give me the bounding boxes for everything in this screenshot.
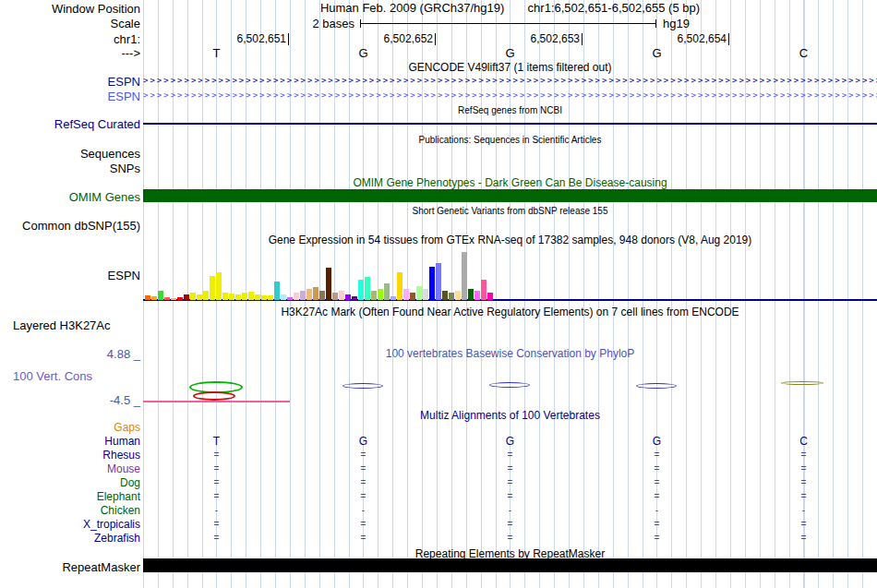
gtex-bar[interactable] <box>210 276 215 300</box>
scale-bar-left-tick <box>360 19 361 28</box>
multiz-species-label[interactable]: Dog <box>0 476 140 489</box>
gtex-bar[interactable] <box>481 280 487 300</box>
gtex-bar[interactable] <box>397 272 402 300</box>
ruler-coordinate: 6,502,654 <box>645 32 727 45</box>
multiz-species-label[interactable]: Human <box>0 435 140 448</box>
gtex-gene-label[interactable]: ESPN <box>0 269 140 282</box>
multiz-species-label[interactable]: Elephant <box>0 490 140 503</box>
genome-browser-view: Window Position Human Feb. 2009 (GRCh37/… <box>0 0 877 588</box>
refseq-item[interactable] <box>143 123 877 125</box>
gtex-bar[interactable] <box>319 291 325 300</box>
alignment-symbol: = <box>143 532 290 545</box>
alignment-symbol: = <box>583 490 730 503</box>
gtex-bar[interactable] <box>326 268 331 300</box>
gtex-bar[interactable] <box>281 294 286 300</box>
gtex-bar[interactable] <box>197 294 202 300</box>
gtex-bar[interactable] <box>423 289 428 300</box>
gtex-bar[interactable] <box>190 293 196 300</box>
gtex-bar[interactable] <box>410 293 415 300</box>
chrom-label: chr1: <box>0 32 140 46</box>
gtex-bar[interactable] <box>332 293 338 300</box>
gtex-bar[interactable] <box>352 296 357 300</box>
gtex-bar[interactable] <box>294 293 299 300</box>
alignment-symbol: = <box>143 518 290 531</box>
gtex-bar[interactable] <box>255 294 260 300</box>
strand-direction-label: ---> <box>0 46 140 60</box>
gtex-bar[interactable] <box>429 267 435 300</box>
gtex-bar[interactable] <box>468 289 474 300</box>
gtex-bar[interactable] <box>203 291 209 300</box>
publications-sequences-label[interactable]: Sequences <box>0 147 140 161</box>
omim-track-title: OMIM Gene Phenotypes - Dark Green Can Be… <box>143 176 877 189</box>
gencode-transcript-arrows[interactable]: >>>>>>>>>>>>>>>>>>>>>>>>>>>>>>>>>>>>>>>>… <box>143 90 877 102</box>
multiz-species-label[interactable]: Chicken <box>0 504 140 517</box>
gtex-bar[interactable] <box>261 295 267 300</box>
gtex-bar[interactable] <box>287 297 293 300</box>
publications-track-title: Publications: Sequences in Scientific Ar… <box>143 135 877 146</box>
gtex-bar[interactable] <box>222 293 228 300</box>
gtex-bar[interactable] <box>306 289 312 300</box>
gtex-bar[interactable] <box>235 294 241 300</box>
gtex-bar[interactable] <box>390 296 396 300</box>
gtex-bar[interactable] <box>274 282 280 300</box>
phylop-min-label: -4.5 _ <box>0 393 140 407</box>
gtex-bar[interactable] <box>216 272 222 300</box>
gtex-bar[interactable] <box>384 283 390 300</box>
gencode-gene-label[interactable]: ESPN <box>0 75 140 89</box>
repeatmasker-item[interactable] <box>143 558 877 572</box>
gtex-bar[interactable] <box>158 291 163 300</box>
alignment-symbol: G <box>437 435 583 448</box>
gtex-bar[interactable] <box>151 296 157 300</box>
scale-bar-right-tick <box>655 19 656 28</box>
multiz-species-label[interactable]: Rhesus <box>0 449 140 462</box>
gtex-bar[interactable] <box>300 291 306 300</box>
phylop-track-label[interactable]: 100 Vert. Cons <box>13 369 92 383</box>
gencode-track-title: GENCODE V49lift37 (1 items filtered out) <box>143 61 877 74</box>
gtex-bar[interactable] <box>248 292 254 300</box>
gtex-bar[interactable] <box>475 291 480 300</box>
gtex-bar[interactable] <box>268 295 273 300</box>
multiz-species-label[interactable]: Zebrafish <box>0 532 140 545</box>
alignment-symbol: C <box>730 435 877 448</box>
gtex-bar[interactable] <box>184 294 189 300</box>
ruler-coordinate: 6,502,653 <box>499 32 580 45</box>
gtex-bar[interactable] <box>339 291 344 300</box>
gtex-bar[interactable] <box>242 293 247 300</box>
gtex-bar[interactable] <box>455 291 461 300</box>
gtex-bar[interactable] <box>449 293 454 300</box>
gencode-transcript-arrows[interactable]: >>>>>>>>>>>>>>>>>>>>>>>>>>>>>>>>>>>>>>>>… <box>143 75 877 87</box>
gtex-bar[interactable] <box>229 294 234 300</box>
multiz-species-label[interactable]: Mouse <box>0 462 140 475</box>
gtex-bar[interactable] <box>442 291 448 300</box>
ruler-tick <box>728 33 729 45</box>
multiz-species-label[interactable]: Gaps <box>0 421 140 434</box>
window-position-value: Human Feb. 2009 (GRCh37/hg19) chr1:6,502… <box>143 2 877 15</box>
gtex-bar[interactable] <box>378 289 383 300</box>
omim-genes-label[interactable]: OMIM Genes <box>0 190 140 204</box>
h3k27ac-label[interactable]: Layered H3K27Ac <box>13 318 111 332</box>
dbsnp-label[interactable]: Common dbSNP(155) <box>0 219 140 233</box>
multiz-species-label[interactable]: X_tropicalis <box>0 518 140 531</box>
gtex-bar[interactable] <box>145 295 150 300</box>
gencode-gene-label[interactable]: ESPN <box>0 90 140 103</box>
gtex-bar[interactable] <box>365 277 370 300</box>
gtex-bar[interactable] <box>358 280 364 300</box>
phylop-zero-lens-olive <box>781 381 823 385</box>
gtex-bar[interactable] <box>403 289 409 300</box>
publications-snps-label[interactable]: SNPs <box>0 162 140 175</box>
multiz-track-title: Multiz Alignments of 100 Vertebrates <box>143 409 877 422</box>
omim-gene-item[interactable] <box>143 189 877 202</box>
gtex-bar[interactable] <box>487 293 493 300</box>
gtex-bar[interactable] <box>436 263 441 300</box>
repeatmasker-label[interactable]: RepeatMasker <box>0 560 140 574</box>
gtex-bar[interactable] <box>164 297 170 300</box>
gtex-bar[interactable] <box>345 294 351 300</box>
gtex-bar[interactable] <box>416 286 422 300</box>
refseq-curated-label[interactable]: RefSeq Curated <box>0 117 140 131</box>
gtex-bar[interactable] <box>462 252 467 300</box>
ruler-tick <box>582 33 583 45</box>
gtex-bar[interactable] <box>177 297 183 300</box>
gtex-bar[interactable] <box>171 298 176 300</box>
gtex-bar[interactable] <box>371 291 377 300</box>
gtex-bar[interactable] <box>313 287 318 300</box>
